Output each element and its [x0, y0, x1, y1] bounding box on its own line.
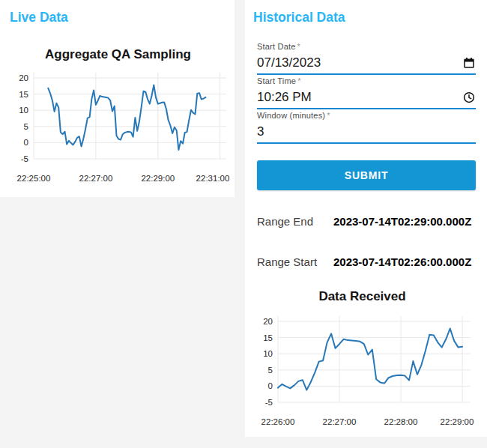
- required-asterisk: *: [327, 111, 330, 120]
- svg-text:22:29:00: 22:29:00: [441, 417, 474, 426]
- svg-text:22:25:00: 22:25:00: [17, 174, 51, 183]
- live-chart-title: Aggregate QA Sampling: [4, 47, 232, 62]
- start-date-label: Start Date*: [257, 41, 476, 52]
- data-received-chart-title: Data Received: [248, 289, 477, 304]
- window-minutes-input[interactable]: [257, 124, 476, 139]
- start-time-input[interactable]: [257, 90, 462, 105]
- svg-text:22:29:00: 22:29:00: [141, 174, 175, 183]
- aggregate-qa-sampling-chart: -50510152022:25:0022:27:0022:29:0022:31:…: [4, 67, 232, 189]
- range-end-value: 2023-07-14T02:29:00.000Z: [333, 215, 471, 228]
- field-label-text: Window (minutes): [257, 111, 325, 120]
- required-asterisk: *: [297, 76, 300, 85]
- svg-text:22:27:00: 22:27:00: [323, 417, 357, 426]
- svg-text:0: 0: [24, 138, 28, 147]
- range-start-row: Range Start 2023-07-14T02:26:00.000Z: [257, 255, 482, 269]
- start-time-label: Start Time*: [257, 76, 476, 87]
- svg-text:15: 15: [263, 333, 273, 342]
- start-date-input[interactable]: [257, 55, 462, 70]
- svg-text:-5: -5: [265, 398, 273, 407]
- historical-data-panel: Historical Data Start Date* Sta: [245, 0, 487, 437]
- start-date-field: Start Date*: [257, 41, 476, 75]
- svg-text:10: 10: [263, 349, 273, 358]
- live-panel-title: Live Data: [10, 10, 68, 25]
- submit-button[interactable]: SUBMIT: [257, 160, 476, 190]
- svg-text:-5: -5: [21, 154, 28, 163]
- dashboard-page: Live Data Aggregate QA Sampling -5051015…: [0, 0, 487, 448]
- svg-text:5: 5: [24, 122, 28, 131]
- window-minutes-label: Window (minutes)*: [257, 110, 476, 121]
- svg-text:5: 5: [268, 366, 273, 375]
- data-received-chart: -50510152022:26:0022:27:0022:28:0022:29:…: [248, 311, 477, 432]
- svg-text:10: 10: [19, 106, 28, 115]
- historical-panel-title: Historical Data: [253, 10, 345, 25]
- svg-text:22:28:00: 22:28:00: [384, 417, 418, 426]
- field-label-text: Start Date: [257, 42, 296, 51]
- svg-text:22:31:00: 22:31:00: [196, 174, 230, 183]
- range-end-label: Range End: [257, 215, 313, 228]
- required-asterisk: *: [297, 42, 300, 51]
- start-time-row: [257, 87, 476, 109]
- field-label-text: Start Time: [257, 76, 296, 85]
- svg-text:15: 15: [19, 90, 28, 99]
- svg-text:0: 0: [268, 381, 273, 390]
- range-start-value: 2023-07-14T02:26:00.000Z: [333, 255, 471, 268]
- svg-text:22:27:00: 22:27:00: [79, 174, 113, 183]
- calendar-icon[interactable]: [462, 56, 476, 70]
- window-minutes-field: Window (minutes)*: [257, 110, 476, 144]
- svg-text:20: 20: [263, 317, 273, 326]
- range-start-label: Range Start: [257, 255, 317, 268]
- clock-icon[interactable]: [462, 91, 476, 104]
- start-date-row: [257, 52, 476, 75]
- start-time-field: Start Time*: [257, 76, 476, 109]
- svg-text:20: 20: [19, 73, 28, 82]
- range-end-row: Range End 2023-07-14T02:29:00.000Z: [257, 215, 482, 228]
- svg-text:22:26:00: 22:26:00: [261, 417, 295, 426]
- window-minutes-row: [257, 121, 476, 144]
- live-data-panel: Live Data Aggregate QA Sampling -5051015…: [0, 0, 235, 197]
